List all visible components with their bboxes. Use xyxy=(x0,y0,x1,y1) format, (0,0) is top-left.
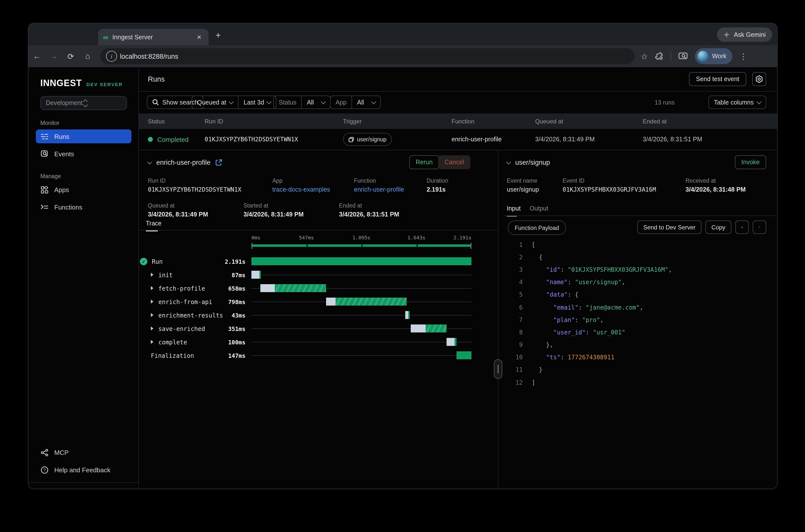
caret-right-icon[interactable] xyxy=(151,340,153,344)
search-tabs-icon[interactable] xyxy=(678,52,688,61)
bookmark-star-icon[interactable]: ☆ xyxy=(641,52,648,61)
trace-step-duration: 87ms xyxy=(199,272,245,279)
trace-row-complete[interactable]: complete100ms xyxy=(139,336,498,349)
table-columns-button[interactable]: Table columns xyxy=(708,96,766,109)
status-filter[interactable]: Status All xyxy=(273,96,331,109)
inngest-favicon-icon: ∞ xyxy=(103,33,108,41)
queued-at-filter[interactable]: Queued at Last 3d xyxy=(192,96,277,109)
trace-row-fetch-profile[interactable]: fetch-profile658ms xyxy=(139,282,498,295)
caret-right-icon[interactable] xyxy=(151,313,153,317)
gear-icon xyxy=(755,75,763,83)
sidebar-item-mcp[interactable]: MCP xyxy=(36,445,131,459)
caret-right-icon[interactable] xyxy=(151,326,153,330)
sidebar-item-functions[interactable]: Functions xyxy=(36,200,131,214)
table-header-cell: Function xyxy=(451,118,535,125)
tab-close-icon[interactable]: ✕ xyxy=(195,33,204,41)
code-line: 9 }, xyxy=(503,339,777,351)
function-payload-pill[interactable]: Function Payload xyxy=(508,221,566,235)
trace-track xyxy=(251,275,471,275)
browser-menu-icon[interactable]: ⋮ xyxy=(740,52,748,61)
new-tab-button[interactable]: + xyxy=(216,30,221,41)
code-text: "email": "jane@acme.com", xyxy=(532,304,643,311)
trace-rows: ✓Run2.191sinit87msfetch-profile658msenri… xyxy=(139,255,498,362)
page-header: Runs Send test event xyxy=(139,67,777,91)
code-text: "ts": 1772674308911 xyxy=(532,354,614,361)
send-to-dev-server-button[interactable]: Send to Dev Server xyxy=(637,221,701,234)
function-link[interactable]: enrich-user-profile xyxy=(354,186,404,193)
trace-row-save-enriched[interactable]: save-enriched351ms xyxy=(139,322,498,336)
sidebar-item-events[interactable]: Events xyxy=(36,147,131,161)
trace-row-finalization[interactable]: Finalization147ms xyxy=(139,349,498,362)
home-icon[interactable]: ⌂ xyxy=(79,52,96,61)
cancel-button[interactable]: Cancel xyxy=(438,155,470,169)
trace-minimap[interactable] xyxy=(251,243,471,249)
trace-bar-delay xyxy=(326,298,336,306)
code-line: 3 "id": "01KJXSYPSFHBXX03GRJFV3A16M", xyxy=(503,264,777,276)
table-header-cell: Ended at xyxy=(643,118,777,125)
ask-gemini-label: Ask Gemini xyxy=(734,31,766,38)
table-row[interactable]: Completed 01KJXSYPZYB6TH2DSDSYETWN1X use… xyxy=(139,129,777,150)
app-link[interactable]: trace-docs-examples xyxy=(272,186,330,193)
duration-value: 2.191s xyxy=(427,186,448,193)
trace-bar-hatch xyxy=(275,284,326,292)
trace-bar-solid xyxy=(457,352,471,359)
toolbar-right: ☆ Work ⋮ xyxy=(639,48,753,64)
sidebar-item-apps[interactable]: Apps xyxy=(36,183,131,196)
caret-right-icon[interactable] xyxy=(151,273,153,277)
caret-right-icon[interactable] xyxy=(151,286,153,290)
event-id-field: Event ID 01KJXSYPSFHBXX03GRJFV3A16M xyxy=(563,178,656,193)
sidebar-item-label: Help and Feedback xyxy=(54,466,111,474)
share-nodes-icon xyxy=(40,449,48,456)
settings-gear-button[interactable] xyxy=(752,72,766,86)
app-filter[interactable]: App All xyxy=(330,96,381,109)
help-icon: ? xyxy=(40,466,48,474)
collapse-chevron-icon[interactable] xyxy=(147,159,152,164)
send-test-event-button[interactable]: Send test event xyxy=(689,72,746,86)
trace-row-run[interactable]: ✓Run2.191s xyxy=(139,255,498,268)
line-number: 1 xyxy=(503,241,523,248)
status-text: Completed xyxy=(157,136,189,143)
trigger-pill[interactable]: user/signup xyxy=(343,133,392,146)
expand-button[interactable] xyxy=(753,221,766,234)
external-link-icon[interactable] xyxy=(216,159,222,166)
code-line: 1[ xyxy=(503,239,777,251)
trace-row-enrich-from-api[interactable]: enrich-from-api798ms xyxy=(139,295,498,308)
tab-output[interactable]: Output xyxy=(530,205,548,216)
forward-icon[interactable]: → xyxy=(45,52,62,61)
reload-icon[interactable]: ⟳ xyxy=(62,52,79,61)
back-icon[interactable]: ← xyxy=(29,52,45,61)
payload-code-editor[interactable]: 1[2 {3 "id": "01KJXSYPSFHBXX03GRJFV3A16M… xyxy=(503,239,777,489)
trace-row-enrichment-results[interactable]: enrichment-results43ms xyxy=(139,308,498,322)
code-line: 7 "plan": "pro", xyxy=(503,314,777,326)
status-dot xyxy=(148,137,153,142)
axis-tick: 547ms xyxy=(299,235,314,240)
environment-select[interactable]: Development xyxy=(40,96,127,110)
sidebar-item-runs[interactable]: Runs xyxy=(36,129,131,143)
tab-input[interactable]: Input xyxy=(507,205,521,216)
table-header-cell: Status xyxy=(139,118,205,125)
extensions-icon[interactable] xyxy=(655,52,664,61)
panel-resize-handle[interactable] xyxy=(494,359,502,379)
invoke-button[interactable]: Invoke xyxy=(735,155,766,169)
word-wrap-button[interactable] xyxy=(735,221,749,234)
ask-gemini-button[interactable]: Ask Gemini xyxy=(717,27,772,42)
line-number: 6 xyxy=(503,304,523,311)
url-bar[interactable]: i localhost:8288/runs xyxy=(100,48,635,64)
chevron-down-icon xyxy=(371,99,376,104)
apps-icon xyxy=(40,186,48,194)
browser-tab[interactable]: ∞ Inngest Server ✕ xyxy=(98,29,209,45)
collapse-chevron-icon[interactable] xyxy=(506,159,511,164)
trace-bar-hatch xyxy=(336,298,407,306)
sidebar-item-help[interactable]: ? Help and Feedback xyxy=(36,463,131,477)
trace-row-init[interactable]: init87ms xyxy=(139,268,498,282)
table-header-cell: Queued at xyxy=(535,118,643,125)
copy-button[interactable]: Copy xyxy=(706,221,731,234)
sidebar-item-label: Functions xyxy=(54,203,82,211)
code-line: 4 "name": "user/signup", xyxy=(503,276,777,288)
select-updown-icon xyxy=(83,100,121,106)
rerun-button[interactable]: Rerun xyxy=(409,155,439,169)
function-field: Function enrich-user-profile xyxy=(354,178,404,193)
site-info-icon[interactable]: i xyxy=(106,51,117,62)
caret-right-icon[interactable] xyxy=(151,300,153,304)
browser-profile-chip[interactable]: Work xyxy=(695,48,733,64)
